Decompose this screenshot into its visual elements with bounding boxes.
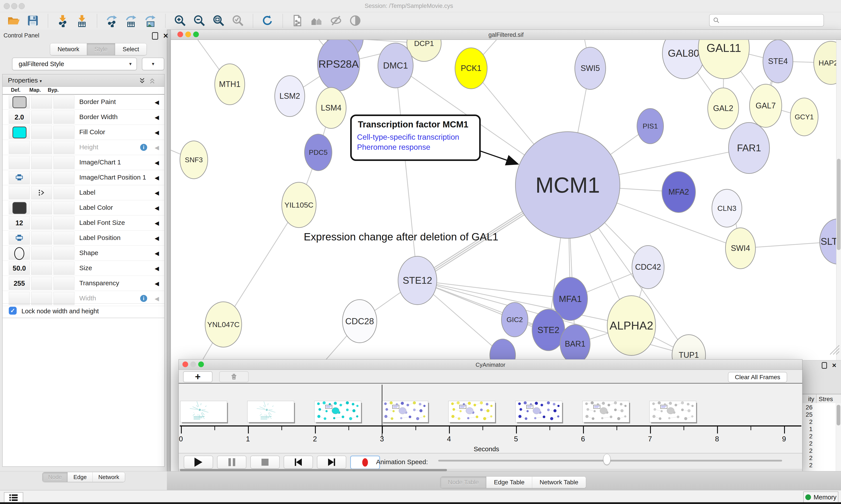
- frame-thumbnail-6[interactable]: [583, 401, 629, 422]
- bypass-cell[interactable]: [53, 95, 74, 109]
- expand-row-icon[interactable]: ◀: [155, 280, 159, 287]
- table-cell[interactable]: 2: [802, 447, 812, 454]
- tab-select[interactable]: Select: [115, 43, 146, 55]
- node-mcm1[interactable]: MCM1: [515, 131, 620, 239]
- export-table-button[interactable]: [124, 14, 138, 28]
- table-cell[interactable]: 2: [802, 433, 812, 440]
- style-select[interactable]: galFiltered Style ▾: [12, 58, 137, 70]
- bypass-cell[interactable]: [53, 216, 74, 230]
- table-cell[interactable]: 26: [802, 404, 812, 411]
- default-cell[interactable]: [9, 247, 30, 260]
- network-close-button[interactable]: [177, 32, 183, 37]
- node-ste12[interactable]: STE12: [398, 256, 437, 305]
- mapping-cell[interactable]: [31, 126, 52, 139]
- default-cell[interactable]: [9, 141, 30, 154]
- expand-row-icon[interactable]: ◀: [155, 295, 159, 302]
- frame-thumbnail-1[interactable]: [247, 401, 294, 422]
- node-yil105c[interactable]: YIL105C: [282, 182, 317, 228]
- tab-network[interactable]: Network: [92, 472, 125, 482]
- frame-thumbnail-3[interactable]: [381, 401, 428, 422]
- frame-thumbnail-2[interactable]: [314, 401, 361, 422]
- table-vertical-scrollbar[interactable]: [836, 403, 841, 471]
- tab-network[interactable]: Network: [50, 43, 87, 55]
- bypass-cell[interactable]: [53, 231, 74, 245]
- annotation-box[interactable]: Transcription factor MCM1 Cell-type-spec…: [350, 114, 481, 161]
- export-image-button[interactable]: [143, 14, 157, 28]
- mapping-cell[interactable]: [31, 171, 52, 184]
- contrast-button[interactable]: [348, 14, 362, 28]
- properties-header[interactable]: Properties ▾: [3, 74, 164, 87]
- expand-row-icon[interactable]: ◀: [155, 205, 159, 212]
- property-row-size[interactable]: 50.0Size◀: [3, 261, 164, 276]
- expand-row-icon[interactable]: ◀: [155, 220, 159, 227]
- table-cell[interactable]: 1: [802, 426, 812, 433]
- node-far1[interactable]: FAR1: [728, 122, 770, 174]
- home-pair-button[interactable]: [310, 14, 324, 28]
- stop-button[interactable]: [250, 456, 280, 469]
- property-row-height[interactable]: Heighti◀: [3, 140, 164, 155]
- default-cell[interactable]: [9, 95, 30, 109]
- property-row-border-width[interactable]: 2.0Border Width◀: [3, 110, 164, 125]
- annotation-link[interactable]: Cell-type-specific transcription: [357, 133, 459, 141]
- table-cell[interactable]: 2: [802, 440, 812, 447]
- record-button[interactable]: [350, 456, 380, 469]
- zoom-fit-button[interactable]: [212, 14, 226, 28]
- bypass-cell[interactable]: [53, 111, 74, 124]
- mapping-cell[interactable]: [31, 111, 52, 124]
- window-minimize-button[interactable]: [11, 3, 17, 9]
- bypass-cell[interactable]: [53, 201, 74, 214]
- frame-thumbnail-4[interactable]: [448, 401, 495, 422]
- node-pck1[interactable]: PCK1: [455, 48, 487, 89]
- network-minimize-button[interactable]: [185, 32, 191, 37]
- skip-to-start-button[interactable]: [284, 456, 313, 469]
- bypass-cell[interactable]: [53, 171, 74, 184]
- property-row-image-chart-position-1[interactable]: Image/Chart Position 1◀: [3, 170, 164, 185]
- property-row-transparency[interactable]: 255Transparency◀: [3, 276, 164, 291]
- node-alpha2[interactable]: ALPHA2: [607, 295, 656, 356]
- tab-edge-table[interactable]: Edge Table: [486, 476, 532, 488]
- mapping-cell[interactable]: [31, 231, 52, 245]
- bypass-cell[interactable]: [53, 186, 74, 199]
- frame-thumbnail-0[interactable]: [180, 401, 227, 422]
- property-row-label-color[interactable]: Label Color◀: [3, 200, 164, 215]
- property-row-label-position[interactable]: Label Position◀: [3, 231, 164, 246]
- cyanimator-timeline[interactable]: 0123456789 Seconds: [179, 383, 802, 453]
- node-pdc5[interactable]: PDC5: [304, 134, 332, 171]
- node-cdc42[interactable]: CDC42: [632, 245, 664, 289]
- window-zoom-button[interactable]: [19, 3, 25, 9]
- zoom-in-button[interactable]: [173, 14, 187, 28]
- float-window-icon[interactable]: [822, 362, 827, 369]
- window-close-button[interactable]: [4, 3, 10, 9]
- annotation-link[interactable]: Pheromone response: [357, 143, 430, 151]
- property-row-shape[interactable]: Shape◀: [3, 246, 164, 261]
- node-mth1[interactable]: MTH1: [214, 64, 245, 105]
- node-bar1[interactable]: BAR1: [560, 324, 590, 364]
- cyanimator-zoom-button[interactable]: [198, 361, 204, 367]
- property-row-label-font-size[interactable]: 12Label Font Size◀: [3, 215, 164, 231]
- bypass-cell[interactable]: [53, 277, 74, 290]
- bypass-cell[interactable]: [53, 292, 74, 305]
- bypass-cell[interactable]: [53, 247, 74, 260]
- table-column-header[interactable]: Stres: [819, 396, 833, 403]
- close-icon[interactable]: ✕: [163, 33, 168, 39]
- tab-style[interactable]: Style: [87, 43, 115, 55]
- hide-eye-button[interactable]: [329, 14, 343, 28]
- memory-button[interactable]: Memory: [803, 491, 838, 503]
- network-zoom-button[interactable]: [193, 32, 199, 37]
- collapse-all-icon[interactable]: [149, 77, 156, 84]
- network-scrollbar-thumb[interactable]: [837, 159, 841, 250]
- property-row-fill-color[interactable]: Fill Color◀: [3, 125, 164, 140]
- bypass-cell[interactable]: [53, 262, 74, 275]
- cyanimator-close-button[interactable]: [182, 361, 188, 367]
- skip-to-end-button[interactable]: [317, 456, 346, 469]
- table-scrollbar-thumb[interactable]: [837, 405, 840, 426]
- node-gal2[interactable]: GAL2: [708, 88, 739, 129]
- node-cdc28[interactable]: CDC28: [342, 299, 377, 343]
- expand-all-icon[interactable]: [139, 77, 145, 84]
- pause-button[interactable]: [217, 456, 246, 469]
- node-dmc1[interactable]: DMC1: [378, 43, 413, 88]
- import-table-button[interactable]: [75, 14, 89, 28]
- zoom-selected-button[interactable]: [231, 14, 245, 28]
- tab-network-table[interactable]: Network Table: [532, 476, 586, 488]
- close-icon[interactable]: ✕: [832, 362, 837, 368]
